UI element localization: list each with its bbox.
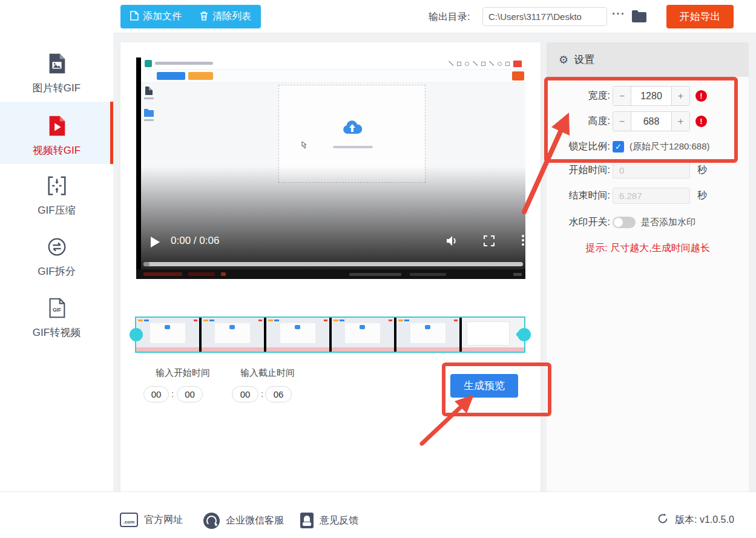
footer: .com 官方网址 企业微信客服 意见反馈 版本: v1.0.5.0	[0, 491, 756, 538]
dropzone-hint-smudge	[333, 146, 373, 148]
seconds-unit: 秒	[697, 164, 707, 177]
time-colon: :	[261, 389, 263, 399]
update-refresh-icon	[657, 513, 669, 527]
top-toolbar: 添加文件 清除列表 输出目录: ··· 开始导出	[113, 0, 756, 33]
volume-icon[interactable]	[446, 235, 458, 249]
fullscreen-icon[interactable]	[484, 235, 495, 249]
gif-file-icon: GIF	[45, 297, 68, 322]
browse-more-button[interactable]: ···	[612, 7, 625, 21]
video-preview[interactable]: 0:00 / 0:06	[136, 57, 525, 279]
width-decrease-button[interactable]: −	[613, 87, 631, 105]
sidebar-item-label: GIF拆分	[38, 264, 75, 278]
video-bottom-strip	[136, 269, 525, 279]
watermark-toggle[interactable]	[613, 217, 636, 228]
video-frame-file-icon	[145, 87, 153, 95]
watermark-row: 水印开关: 是否添加水印	[547, 216, 749, 228]
end-time-row: 结束时间: 秒	[547, 188, 749, 204]
lock-ratio-row: 锁定比例: ✓ (原始尺寸1280:688)	[547, 140, 749, 153]
wechat-support-link[interactable]: 企业微信客服	[203, 513, 284, 529]
trim-handle-left[interactable]	[130, 328, 143, 341]
file-actions-group: 添加文件 清除列表	[120, 5, 261, 28]
sidebar: 图片转GIF 视频转GIF GIF压缩 GIF拆分 GIF GIF转视频	[0, 0, 113, 491]
video-frame-orange-button	[188, 72, 213, 80]
video-frame-app-title-smudge	[155, 62, 213, 65]
height-label: 高度:	[547, 115, 610, 128]
split-icon	[45, 235, 68, 261]
width-stepper: − +	[613, 86, 690, 106]
player-menu-icon[interactable]	[522, 235, 524, 246]
generate-preview-button[interactable]: 生成预览	[450, 374, 518, 398]
play-button[interactable]	[151, 237, 160, 248]
official-website-link[interactable]: .com 官方网址	[120, 513, 183, 527]
height-input[interactable]	[631, 112, 671, 131]
website-icon: .com	[120, 513, 138, 527]
mouse-cursor-icon	[300, 141, 307, 153]
main-content: 0:00 / 0:06	[113, 33, 756, 491]
player-progress-bar[interactable]	[143, 262, 523, 266]
thumbnail-frame[interactable]	[332, 318, 395, 352]
start-time-label: 开始时间:	[547, 164, 610, 177]
sidebar-item-label: GIF转视频	[33, 326, 81, 340]
sidebar-item-video-to-gif[interactable]: 视频转GIF	[0, 114, 113, 157]
add-file-label: 添加文件	[143, 10, 182, 23]
sidebar-item-label: 视频转GIF	[33, 143, 81, 157]
lock-ratio-checkbox[interactable]: ✓	[613, 141, 624, 153]
original-size-note: (原始尺寸1280:688)	[629, 141, 710, 153]
thumbnail-frame[interactable]	[266, 318, 329, 352]
sidebar-item-image-to-gif[interactable]: 图片转GIF	[0, 52, 113, 95]
watermark-note: 是否添加水印	[641, 217, 695, 228]
trash-icon	[200, 11, 208, 23]
video-frame-annotation-toolbar	[449, 61, 510, 66]
size-tip-text: 提示: 尺寸越大,生成时间越长	[547, 242, 749, 255]
open-folder-icon[interactable]	[631, 10, 647, 25]
sidebar-item-gif-compress[interactable]: GIF压缩	[0, 174, 113, 217]
timeline-thumbnail-strip[interactable]	[135, 317, 525, 353]
clear-list-button[interactable]: 清除列表	[200, 10, 251, 23]
output-dir-input[interactable]	[482, 7, 607, 26]
height-warning-icon: !	[695, 116, 707, 127]
video-frame-titlebar	[141, 57, 525, 70]
thumbnail-frame[interactable]	[462, 318, 525, 352]
height-stepper: − +	[613, 111, 690, 131]
width-increase-button[interactable]: +	[671, 87, 689, 105]
settings-panel: ⚙ 设置 宽度: − + ! 高度: − + ! 锁定比例: ✓ (原始尺寸12…	[547, 42, 749, 491]
thumbnail-frame[interactable]	[202, 318, 265, 352]
trim-handle-right[interactable]	[518, 328, 531, 341]
sidebar-item-gif-split[interactable]: GIF拆分	[0, 235, 113, 278]
compress-icon	[45, 174, 68, 200]
width-input[interactable]	[631, 87, 671, 105]
output-dir-label: 输出目录:	[429, 11, 470, 24]
width-label: 宽度:	[547, 90, 610, 102]
feedback-icon	[300, 513, 314, 528]
lock-ratio-label: 锁定比例:	[547, 140, 610, 153]
settings-title: 设置	[574, 53, 594, 67]
watermark-label: 水印开关:	[547, 216, 610, 229]
start-seconds-input[interactable]	[177, 386, 203, 402]
start-time-row: 开始时间: 秒	[547, 162, 749, 179]
playback-time: 0:00 / 0:06	[171, 235, 219, 247]
video-letterbox-bar	[136, 57, 141, 279]
width-warning-icon: !	[695, 90, 707, 102]
thumbnail-frame[interactable]	[136, 318, 199, 352]
official-website-label: 官方网址	[144, 514, 183, 527]
video-frame-app-icon	[145, 60, 152, 67]
sidebar-item-gif-to-video[interactable]: GIF GIF转视频	[0, 297, 113, 340]
end-minutes-input[interactable]	[232, 386, 258, 402]
height-increase-button[interactable]: +	[671, 112, 689, 131]
end-time-label: 结束时间:	[547, 189, 610, 202]
end-seconds-input[interactable]	[265, 386, 292, 402]
feedback-link[interactable]: 意见反馈	[300, 513, 358, 528]
height-decrease-button[interactable]: −	[613, 112, 631, 131]
cloud-upload-icon	[342, 119, 363, 137]
file-plus-icon	[130, 11, 139, 23]
thumbnail-frame[interactable]	[396, 318, 459, 352]
video-frame-blue-button	[157, 72, 185, 80]
trim-start-label: 输入开始时间	[156, 367, 210, 379]
start-minutes-input[interactable]	[143, 386, 169, 402]
start-export-button[interactable]: 开始导出	[666, 5, 734, 28]
start-time-input	[613, 162, 690, 179]
add-file-button[interactable]: 添加文件	[130, 10, 182, 23]
version-info[interactable]: 版本: v1.0.5.0	[657, 513, 734, 527]
video-panel: 0:00 / 0:06	[120, 42, 541, 491]
video-file-icon	[45, 114, 68, 140]
